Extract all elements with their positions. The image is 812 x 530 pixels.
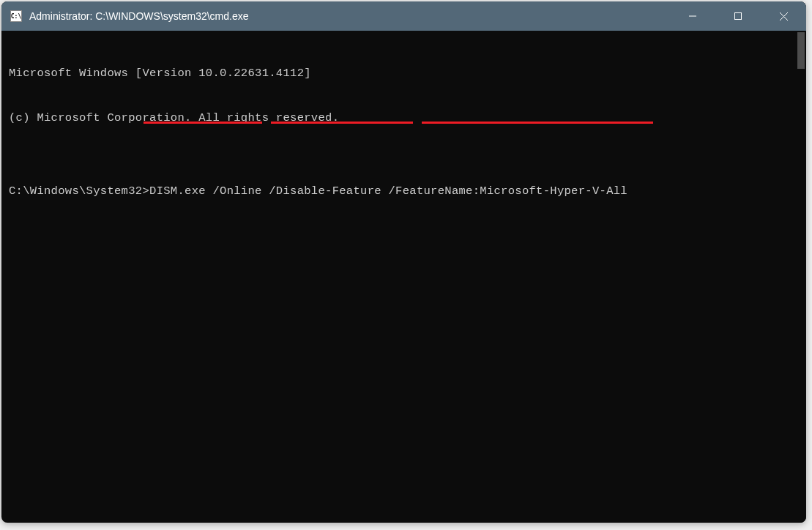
- maximize-button[interactable]: [715, 1, 761, 31]
- cmd-window: C:\ Administrator: C:\WINDOWS\system32\c…: [1, 1, 806, 523]
- annotation-underline: [422, 122, 653, 124]
- scrollbar-thumb[interactable]: [797, 32, 805, 69]
- window-controls: [670, 1, 806, 31]
- cmd-icon: C:\: [10, 10, 22, 22]
- window-title: Administrator: C:\WINDOWS\system32\cmd.e…: [29, 10, 670, 22]
- minimize-icon: [689, 12, 696, 20]
- svg-rect-1: [735, 13, 742, 20]
- scrollbar-track[interactable]: [796, 31, 806, 523]
- terminal-prompt-line: C:\Windows\System32>DISM.exe /Online /Di…: [9, 184, 799, 198]
- terminal-body[interactable]: Microsoft Windows [Version 10.0.22631.41…: [1, 31, 806, 278]
- prompt-text: C:\Windows\System32>: [9, 184, 149, 198]
- terminal-output-line: Microsoft Windows [Version 10.0.22631.41…: [9, 66, 799, 81]
- command-text: DISM.exe /Online /Disable-Feature /Featu…: [149, 184, 627, 198]
- close-button[interactable]: [761, 1, 806, 31]
- titlebar[interactable]: C:\ Administrator: C:\WINDOWS\system32\c…: [1, 1, 806, 31]
- maximize-icon: [734, 12, 742, 20]
- annotation-underline: [271, 122, 413, 124]
- annotation-underline: [144, 122, 262, 124]
- close-icon: [780, 12, 788, 20]
- minimize-button[interactable]: [670, 1, 715, 31]
